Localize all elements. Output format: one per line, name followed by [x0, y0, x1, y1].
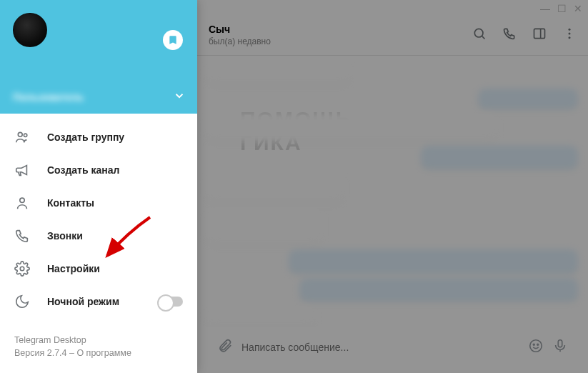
- maximize-icon[interactable]: ☐: [557, 3, 567, 14]
- message-out[interactable]: [289, 249, 578, 274]
- svg-point-10: [530, 340, 542, 352]
- version-line[interactable]: Версия 2.7.4 – О программе: [14, 347, 183, 360]
- drawer-footer: Telegram Desktop Версия 2.7.4 – О програ…: [0, 325, 197, 374]
- message-in[interactable]: [207, 306, 314, 327]
- search-icon[interactable]: [472, 26, 487, 44]
- emoji-icon[interactable]: [528, 338, 544, 357]
- chat-status: был(а) недавно: [209, 36, 271, 46]
- window-controls: — ☐ ✕: [540, 3, 582, 14]
- message-in[interactable]: [207, 174, 343, 204]
- call-icon[interactable]: [502, 26, 517, 44]
- menu-item-new-group[interactable]: Создать группу: [0, 121, 197, 154]
- svg-rect-5: [534, 29, 545, 38]
- svg-point-7: [569, 28, 571, 30]
- message-list: [197, 56, 588, 327]
- avatar[interactable]: [13, 13, 47, 47]
- message-out[interactable]: [421, 146, 578, 169]
- chat-area: — ☐ ✕ Сыч был(а) недавно ПОМОЩЬ ГИКА: [197, 0, 588, 373]
- message-out[interactable]: [299, 278, 578, 302]
- group-icon: [14, 129, 30, 145]
- menu-label: Контакты: [47, 197, 94, 209]
- menu-item-calls[interactable]: Звонки: [0, 219, 197, 252]
- more-icon[interactable]: [562, 26, 577, 44]
- menu-label: Ночной режим: [47, 296, 119, 307]
- drawer-menu: Пользователь Создать группу Создать кана…: [0, 0, 197, 373]
- night-mode-toggle[interactable]: [159, 297, 183, 307]
- chat-header[interactable]: Сыч был(а) недавно: [197, 14, 588, 56]
- svg-point-2: [20, 198, 24, 202]
- gear-icon: [14, 261, 30, 277]
- svg-point-12: [537, 344, 539, 345]
- moon-icon: [14, 294, 30, 309]
- menu-item-contacts[interactable]: Контакты: [0, 186, 197, 219]
- drawer-header: Пользователь: [0, 0, 197, 114]
- saved-messages-button[interactable]: [163, 30, 183, 50]
- minimize-icon[interactable]: —: [540, 3, 550, 14]
- svg-point-11: [533, 344, 534, 345]
- message-in[interactable]: [207, 207, 322, 245]
- svg-rect-13: [558, 340, 562, 347]
- app-name: Telegram Desktop: [14, 334, 183, 347]
- chevron-down-icon[interactable]: [173, 89, 186, 105]
- menu-label: Настройки: [47, 263, 100, 274]
- menu-item-settings[interactable]: Настройки: [0, 252, 197, 285]
- menu-item-night-mode[interactable]: Ночной режим: [0, 285, 197, 318]
- person-icon: [14, 195, 30, 211]
- menu-label: Звонки: [47, 230, 83, 242]
- compose-bar: [207, 332, 578, 363]
- message-in[interactable]: [207, 114, 497, 141]
- close-icon[interactable]: ✕: [574, 3, 582, 14]
- menu-item-new-channel[interactable]: Создать канал: [0, 154, 197, 186]
- sidepanel-icon[interactable]: [532, 26, 547, 44]
- drawer-menu-list: Создать группу Создать канал Контакты Зв…: [0, 114, 197, 325]
- svg-point-0: [18, 132, 22, 136]
- svg-point-1: [24, 134, 26, 136]
- menu-label: Создать канал: [47, 164, 119, 176]
- menu-label: Создать группу: [47, 131, 124, 143]
- svg-point-8: [569, 32, 571, 34]
- megaphone-icon: [14, 162, 30, 178]
- compose-input[interactable]: [241, 342, 519, 353]
- svg-point-4: [474, 29, 483, 37]
- chat-title: Сыч: [209, 24, 271, 35]
- svg-point-3: [20, 267, 24, 271]
- message-out[interactable]: [478, 89, 578, 110]
- microphone-icon[interactable]: [552, 338, 568, 357]
- chat-actions: [472, 26, 577, 44]
- phone-icon: [14, 228, 30, 244]
- attach-icon[interactable]: [217, 338, 233, 357]
- user-name: Пользователь: [13, 91, 84, 103]
- message-in[interactable]: [207, 63, 350, 84]
- svg-point-9: [569, 36, 571, 39]
